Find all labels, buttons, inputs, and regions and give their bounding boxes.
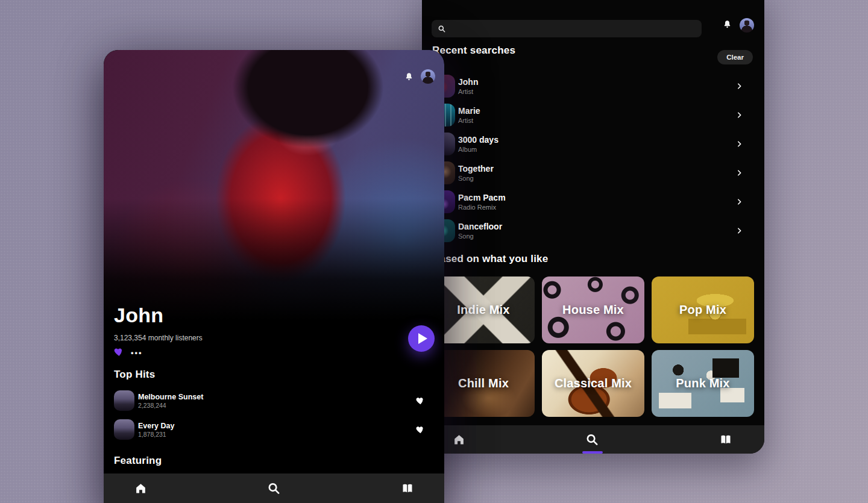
top-hits-title: Top Hits — [114, 369, 155, 381]
result-title: John — [458, 77, 478, 87]
search-nav-icon[interactable] — [585, 433, 599, 446]
based-on-title: Based on what you like — [432, 253, 548, 265]
mix-card-pop[interactable]: Pop Mix — [652, 276, 754, 343]
result-title: 3000 days — [458, 135, 498, 145]
song-thumbnail — [114, 390, 134, 411]
result-title: Dancefloor — [458, 222, 502, 232]
search-input-container[interactable] — [432, 20, 702, 37]
mix-card-house[interactable]: House Mix — [542, 276, 644, 343]
ellipsis-icon[interactable]: ••• — [131, 348, 143, 357]
song-plays: 2,238,244 — [138, 402, 203, 410]
play-button[interactable] — [408, 325, 435, 352]
result-subtitle: Radio Remix — [458, 203, 506, 211]
mix-label: Indie Mix — [457, 303, 509, 317]
chevron-right-icon[interactable] — [735, 227, 743, 235]
home-icon[interactable] — [134, 482, 147, 495]
mix-label: Classical Mix — [555, 376, 632, 390]
result-subtitle: Artist — [458, 87, 478, 96]
result-title: Together — [458, 164, 494, 174]
chevron-right-icon[interactable] — [735, 198, 743, 206]
chevron-right-icon[interactable] — [735, 169, 743, 177]
heart-icon[interactable] — [415, 425, 426, 435]
avatar[interactable] — [421, 69, 435, 84]
mix-card-punk[interactable]: Punk Mix — [652, 350, 754, 417]
recent-searches-title: Recent searches — [432, 45, 515, 57]
list-item[interactable]: 3000 daysAlbum — [432, 132, 754, 156]
monthly-listeners: 3,123,354 monthly listeners — [114, 334, 203, 342]
bell-icon[interactable] — [722, 19, 732, 30]
bottom-nav — [422, 425, 764, 454]
bell-icon[interactable] — [404, 72, 414, 82]
mix-grid: Indie Mix House Mix Pop Mix Chill Mix Cl… — [432, 276, 754, 417]
search-nav-icon[interactable] — [267, 481, 281, 495]
mix-label: Pop Mix — [679, 303, 726, 317]
list-item[interactable]: MarieArtist — [432, 103, 754, 127]
song-row[interactable]: Melbourne Sunset2,238,244 — [114, 390, 434, 411]
list-item[interactable]: Pacm PacmRadio Remix — [432, 190, 754, 214]
avatar[interactable] — [740, 18, 754, 33]
result-title: Marie — [458, 106, 480, 116]
result-subtitle: Artist — [458, 116, 480, 125]
photo-fade-overlay — [104, 50, 444, 320]
bottom-nav — [104, 473, 444, 503]
result-subtitle: Album — [458, 145, 498, 154]
mix-label: Punk Mix — [676, 376, 729, 390]
follow-heart-icon[interactable] — [113, 346, 125, 358]
artist-name: John — [114, 304, 163, 327]
song-row[interactable]: Every Day1,878,231 — [114, 419, 434, 440]
result-title: Pacm Pacm — [458, 193, 506, 203]
heart-icon[interactable] — [415, 396, 426, 406]
song-plays: 1,878,231 — [138, 431, 174, 439]
featuring-title: Featuring — [114, 455, 162, 467]
result-subtitle: Song — [458, 174, 494, 183]
home-icon[interactable] — [453, 433, 465, 446]
mix-label: House Mix — [562, 303, 624, 317]
result-subtitle: Song — [458, 232, 502, 240]
mix-card-chill[interactable]: Chill Mix — [432, 350, 535, 417]
mix-label: Chill Mix — [458, 376, 509, 390]
song-title: Melbourne Sunset — [138, 392, 203, 402]
recent-searches-list: JohnArtist MarieArtist 3000 daysAlbum To… — [432, 74, 754, 248]
chevron-right-icon[interactable] — [735, 140, 743, 148]
active-tab-indicator — [582, 451, 603, 454]
list-item[interactable]: JohnArtist — [432, 74, 754, 98]
chevron-right-icon[interactable] — [735, 83, 743, 90]
mix-card-indie[interactable]: Indie Mix — [432, 276, 535, 343]
book-icon[interactable] — [719, 433, 732, 446]
play-icon — [418, 333, 427, 344]
chevron-right-icon[interactable] — [735, 111, 743, 119]
song-title: Every Day — [138, 421, 174, 431]
magnifier-icon — [438, 25, 446, 33]
artist-screen: John 3,123,354 monthly listeners ••• Top… — [104, 50, 444, 503]
mix-card-classical[interactable]: Classical Mix — [542, 350, 644, 417]
book-icon[interactable] — [401, 482, 414, 495]
list-item[interactable]: TogetherSong — [432, 161, 754, 185]
search-input[interactable] — [450, 25, 696, 33]
desktop-background: Recent searches Clear JohnArtist MarieAr… — [0, 0, 868, 503]
list-item[interactable]: DancefloorSong — [432, 219, 754, 243]
search-screen: Recent searches Clear JohnArtist MarieAr… — [422, 0, 764, 454]
song-thumbnail — [114, 419, 134, 440]
clear-button[interactable]: Clear — [717, 50, 753, 64]
